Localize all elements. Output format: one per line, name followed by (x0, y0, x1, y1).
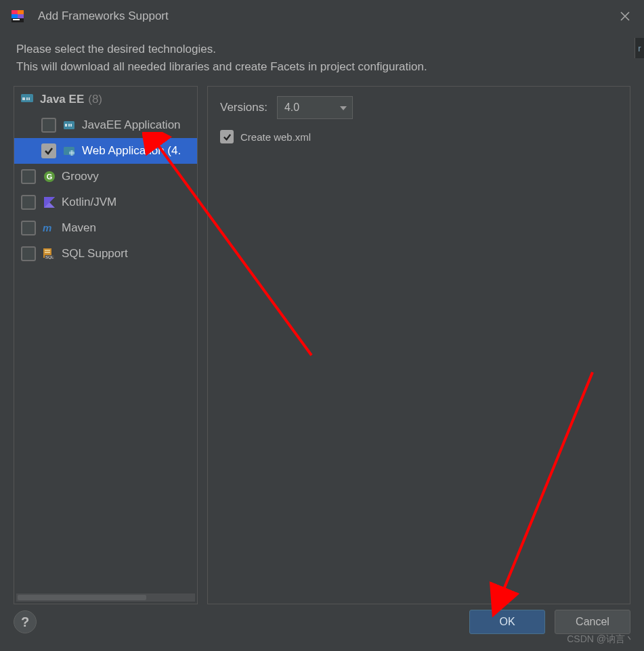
dialog-title: Add Frameworks Support (38, 9, 617, 23)
web-icon (63, 144, 77, 158)
title-bar: Add Frameworks Support (0, 0, 644, 32)
tree-item-sql-support[interactable]: SQL SQL Support (14, 241, 197, 267)
tree-item-checkbox[interactable] (21, 195, 36, 210)
tree-item-label: Maven (62, 221, 96, 235)
tree-item-label: Web Application (4. (82, 144, 181, 158)
description-line1: Please select the desired technologies. (16, 41, 628, 58)
sql-icon: SQL (43, 247, 56, 261)
help-button[interactable]: ? (14, 610, 37, 633)
tree-item-label: Kotlin/JVM (62, 196, 116, 209)
versions-combobox[interactable]: 4.0 (277, 96, 353, 119)
description-line2: This will download all needed libraries … (16, 58, 628, 76)
tree-group-java-ee[interactable]: Java EE (8) (14, 87, 197, 112)
svg-rect-5 (13, 19, 20, 20)
kotlin-icon (43, 196, 56, 209)
svg-rect-11 (65, 124, 67, 127)
framework-details-panel: Versions: 4.0 Create web.xml (207, 86, 630, 604)
versions-row: Versions: 4.0 (220, 96, 618, 119)
cancel-button-label: Cancel (576, 616, 609, 628)
background-edge: r (635, 38, 644, 58)
javaee-icon (63, 118, 77, 132)
watermark-text: CSDN @讷言丶 (567, 633, 635, 646)
javaee-folder-icon (21, 93, 35, 107)
chevron-down-icon (340, 102, 347, 114)
create-webxml-checkbox[interactable] (220, 130, 234, 143)
svg-rect-7 (22, 97, 25, 100)
svg-rect-9 (28, 97, 30, 100)
versions-label: Versions: (220, 101, 267, 114)
tree-group-label: Java EE (40, 93, 84, 106)
tree-item-checkbox[interactable] (21, 221, 36, 235)
svg-rect-4 (18, 14, 24, 18)
create-webxml-label: Create web.xml (240, 131, 311, 143)
tree-item-checkbox[interactable] (21, 169, 36, 184)
create-webxml-row: Create web.xml (220, 130, 618, 143)
dialog-body: Java EE (8) JavaEE Application (0, 86, 644, 604)
versions-value: 4.0 (284, 102, 299, 114)
ok-button[interactable]: OK (469, 610, 545, 634)
tree-item-kotlin-jvm[interactable]: Kotlin/JVM (14, 189, 197, 215)
svg-rect-20 (45, 250, 50, 251)
tree-item-web-application[interactable]: Web Application (4. (14, 138, 197, 164)
tree-item-label: JavaEE Application (82, 118, 181, 132)
cancel-button[interactable]: Cancel (555, 610, 630, 634)
svg-rect-13 (70, 124, 72, 127)
svg-rect-21 (45, 252, 50, 253)
tree-item-checkbox[interactable] (41, 118, 56, 133)
svg-text:m: m (43, 223, 51, 233)
ok-button-label: OK (499, 616, 515, 628)
tree-item-maven[interactable]: m Maven (14, 215, 197, 241)
tree-item-label: Groovy (62, 170, 99, 183)
dialog-footer: ? OK Cancel (0, 605, 644, 651)
help-icon: ? (21, 614, 29, 630)
app-icon (8, 7, 27, 26)
svg-rect-3 (12, 14, 18, 18)
tree-item-groovy[interactable]: G Groovy (14, 164, 197, 189)
dialog-description: Please select the desired technologies. … (0, 32, 644, 86)
svg-rect-12 (68, 124, 70, 127)
tree-item-checkbox[interactable] (41, 143, 56, 158)
tree-horizontal-scrollbar[interactable] (16, 593, 195, 602)
tree-group-count: (8) (88, 93, 102, 106)
tree-item-label: SQL Support (62, 247, 128, 261)
groovy-icon: G (43, 170, 56, 183)
svg-text:G: G (47, 173, 53, 181)
maven-icon: m (43, 221, 56, 235)
tree-item-checkbox[interactable] (21, 246, 36, 261)
svg-rect-8 (26, 97, 28, 100)
svg-rect-1 (12, 10, 18, 14)
svg-text:SQL: SQL (45, 255, 54, 259)
frameworks-tree-panel: Java EE (8) JavaEE Application (14, 86, 198, 604)
tree-item-javaee-application[interactable]: JavaEE Application (14, 112, 197, 138)
close-button[interactable] (617, 8, 633, 24)
svg-rect-2 (18, 10, 24, 14)
frameworks-tree[interactable]: Java EE (8) JavaEE Application (14, 87, 197, 604)
